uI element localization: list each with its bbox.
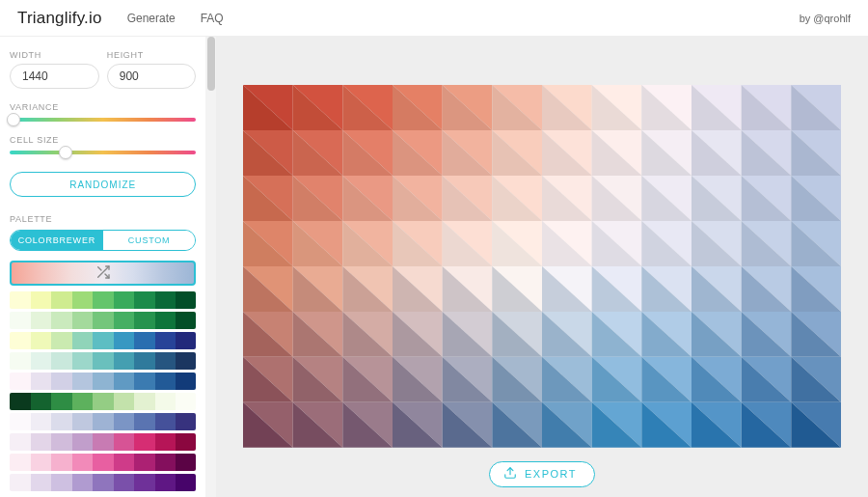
palette-row[interactable]: [10, 413, 196, 430]
palette-swatch: [176, 291, 196, 309]
cellsize-knob[interactable]: [59, 146, 72, 159]
palette-swatch: [31, 312, 52, 329]
palette-swatch: [114, 413, 135, 430]
palette-swatch: [10, 474, 31, 491]
sidebar-scrollbar-thumb[interactable]: [207, 37, 215, 91]
palette-row[interactable]: [10, 291, 196, 309]
app-header: Trianglify.io Generate FAQ by @qrohlf: [0, 0, 868, 37]
palette-swatch: [114, 393, 135, 410]
palette-swatch: [51, 373, 72, 390]
palette-swatch: [93, 393, 114, 410]
palette-swatch: [93, 454, 114, 471]
palette-swatch: [31, 332, 52, 349]
palette-swatch: [10, 433, 31, 451]
preview-canvas: [243, 85, 841, 448]
palette-row[interactable]: [10, 393, 196, 410]
palette-shuffle-button[interactable]: [10, 261, 196, 286]
palette-swatch: [155, 413, 176, 430]
palette-swatch: [176, 413, 196, 430]
cellsize-slider[interactable]: [10, 151, 196, 154]
palette-swatch: [176, 454, 196, 471]
svg-line-2: [97, 266, 100, 269]
palette-swatch: [155, 352, 176, 370]
palette-swatch: [134, 474, 155, 491]
palette-swatch: [114, 312, 135, 329]
palette-swatch: [93, 413, 114, 430]
randomize-button[interactable]: RANDOMIZE: [10, 172, 196, 197]
palette-swatch: [155, 393, 176, 410]
palette-row[interactable]: [10, 474, 196, 491]
palette-swatch: [134, 291, 155, 309]
nav-generate[interactable]: Generate: [127, 12, 176, 25]
palette-swatch: [155, 312, 176, 329]
canvas-area: EXPORT: [216, 37, 868, 497]
palette-swatch: [51, 413, 72, 430]
palette-swatch: [134, 393, 155, 410]
sidebar: WIDTH HEIGHT VARIANCE CELL SIZE RANDOMIZ…: [0, 37, 205, 497]
palette-swatch: [51, 474, 72, 491]
palette-swatch: [31, 352, 52, 370]
palette-swatch: [176, 352, 196, 370]
palette-swatch: [31, 291, 52, 309]
palette-swatch: [10, 413, 31, 430]
byline[interactable]: by @qrohlf: [800, 13, 851, 24]
palette-swatch: [10, 312, 31, 329]
variance-knob[interactable]: [7, 113, 20, 126]
palette-swatch: [134, 454, 155, 471]
palette-swatch: [51, 332, 72, 349]
palette-swatch: [176, 393, 196, 410]
palette-swatch: [10, 454, 31, 471]
palette-swatch: [176, 373, 196, 390]
width-input[interactable]: [10, 64, 99, 89]
palette-swatch: [114, 454, 135, 471]
palette-row[interactable]: [10, 312, 196, 329]
variance-slider[interactable]: [10, 118, 196, 122]
palette-swatch: [72, 373, 94, 390]
palette-swatch: [93, 474, 114, 491]
sidebar-scrollbar[interactable]: [205, 37, 216, 497]
palette-row[interactable]: [10, 332, 196, 349]
palette-swatch: [93, 291, 114, 309]
palette-row[interactable]: [10, 352, 196, 370]
palette-swatch: [31, 454, 52, 471]
palette-swatch: [10, 291, 31, 309]
palette-swatch: [155, 454, 176, 471]
cellsize-label: CELL SIZE: [10, 135, 196, 145]
palette-swatch: [51, 433, 72, 451]
brand-title: Trianglify.io: [17, 9, 102, 28]
tab-custom[interactable]: CUSTOM: [103, 231, 196, 250]
palette-swatch: [176, 474, 196, 491]
palette-swatch: [176, 433, 196, 451]
export-label: EXPORT: [525, 468, 577, 480]
palette-swatch: [93, 433, 114, 451]
height-label: HEIGHT: [107, 50, 197, 60]
palette-swatch: [114, 291, 135, 309]
palette-swatch: [93, 332, 114, 349]
palette-swatch: [31, 413, 52, 430]
palette-swatch: [134, 352, 155, 370]
palette-row[interactable]: [10, 373, 196, 390]
palette-swatch: [134, 373, 155, 390]
palette-swatch: [93, 373, 114, 390]
palette-swatch: [31, 474, 52, 491]
palette-swatch: [114, 352, 135, 370]
palette-swatch: [155, 373, 176, 390]
palette-swatch: [72, 291, 94, 309]
palette-swatch: [10, 332, 31, 349]
palette-swatch: [93, 312, 114, 329]
palette-swatch: [72, 332, 94, 349]
palette-swatch: [155, 433, 176, 451]
height-input[interactable]: [107, 64, 197, 89]
palette-swatch: [114, 373, 135, 390]
nav-faq[interactable]: FAQ: [201, 12, 224, 25]
tab-colorbrewer[interactable]: COLORBREWER: [11, 231, 103, 250]
palette-row[interactable]: [10, 454, 196, 471]
palette-swatch: [31, 393, 52, 410]
palette-row[interactable]: [10, 433, 196, 451]
palette-swatch: [114, 433, 135, 451]
width-label: WIDTH: [10, 50, 99, 60]
palette-swatch: [72, 312, 94, 329]
palette-swatch: [51, 393, 72, 410]
export-icon: [503, 466, 517, 482]
export-button[interactable]: EXPORT: [489, 461, 595, 487]
